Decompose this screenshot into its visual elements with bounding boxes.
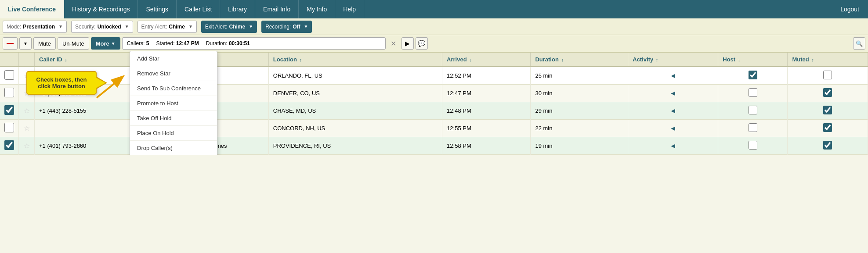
- caller-id-sort-icon: ↓: [65, 57, 67, 62]
- col-activity[interactable]: Activity ↕: [628, 53, 718, 67]
- col-duration[interactable]: Duration ↕: [531, 53, 628, 67]
- nav-settings[interactable]: Settings: [138, 0, 177, 18]
- collapse-button[interactable]: —: [3, 37, 18, 50]
- col-host[interactable]: Host ↓: [718, 53, 788, 67]
- search-button[interactable]: 🔍: [853, 37, 865, 50]
- unmute-button[interactable]: Un-Mute: [58, 37, 89, 50]
- host-checkbox[interactable]: [749, 88, 757, 97]
- row-activity: ◄: [628, 85, 718, 102]
- speaker-icon: ◄: [669, 142, 676, 150]
- row-star-cell: ☆: [19, 137, 35, 155]
- recording-label: Recording:: [265, 24, 291, 30]
- nav-email-info[interactable]: Email Info: [255, 0, 299, 18]
- mode-dropdown[interactable]: Mode: Presentation ▼: [3, 21, 67, 33]
- menu-promote-host[interactable]: Promote to Host: [130, 96, 217, 111]
- exit-alert-dropdown[interactable]: Exit Alert: Chime ▼: [201, 21, 257, 33]
- exit-alert-label: Exit Alert:: [205, 24, 228, 30]
- muted-checkbox[interactable]: [823, 141, 832, 150]
- row-location: CONCORD, NH, US: [268, 120, 442, 137]
- col-arrived[interactable]: Arrived ↓: [442, 53, 531, 67]
- row-location: CHASE, MD, US: [268, 102, 442, 120]
- menu-drop-callers[interactable]: Drop Caller(s): [130, 141, 217, 155]
- muted-sort-icon: ↕: [811, 57, 814, 62]
- host-checkbox[interactable]: [749, 123, 757, 132]
- nav-live-conference[interactable]: Live Conference: [0, 0, 64, 18]
- logout-button[interactable]: Logout: [832, 0, 868, 18]
- row-duration: 22 min: [531, 120, 628, 137]
- play-icon[interactable]: ▶: [401, 37, 414, 50]
- col-check: [0, 53, 19, 67]
- row-host-cell: [718, 67, 788, 85]
- star-icon[interactable]: ☆: [24, 125, 30, 132]
- row-star-cell: ☆: [19, 102, 35, 120]
- chat-icon[interactable]: 💬: [416, 37, 428, 50]
- host-sort-icon: ↓: [738, 57, 741, 62]
- row-muted-cell: [788, 120, 868, 137]
- tooltip-box: Check boxes, then click More button: [26, 71, 97, 95]
- menu-remove-star[interactable]: Remove Star: [130, 66, 217, 81]
- mute-button[interactable]: Mute: [33, 37, 56, 50]
- exit-alert-arrow-icon: ▼: [249, 24, 253, 29]
- nav-my-info[interactable]: My Info: [299, 0, 335, 18]
- more-button[interactable]: More ▼: [91, 37, 120, 50]
- row-checkbox[interactable]: [4, 105, 14, 115]
- location-sort-icon: ↕: [300, 57, 302, 62]
- row-checkbox-cell: [0, 120, 19, 137]
- entry-alert-dropdown[interactable]: Entry Alert: Chime ▼: [137, 21, 197, 33]
- muted-checkbox[interactable]: [823, 123, 832, 132]
- started-label: Started: 12:47 PM: [156, 40, 199, 46]
- star-icon[interactable]: ☆: [24, 107, 30, 114]
- speaker-icon: ◄: [669, 107, 676, 114]
- row-duration: 19 min: [531, 137, 628, 155]
- menu-add-star[interactable]: Add Star: [130, 51, 217, 66]
- menu-send-sub-conference[interactable]: Send To Sub Conference: [130, 81, 217, 96]
- clear-button[interactable]: ✕: [387, 37, 400, 50]
- menu-take-off-hold[interactable]: Take Off Hold: [130, 111, 217, 126]
- row-checkbox[interactable]: [4, 123, 14, 132]
- row-arrived: 12:58 PM: [442, 137, 531, 155]
- row-activity: ◄: [628, 137, 718, 155]
- nav-help[interactable]: Help: [335, 0, 364, 18]
- star-icon[interactable]: ☆: [24, 142, 30, 150]
- security-arrow-icon: ▼: [125, 24, 129, 29]
- muted-checkbox[interactable]: [823, 88, 832, 97]
- duration-label: Duration: 00:30:51: [206, 40, 250, 46]
- row-host-cell: [718, 102, 788, 120]
- speaker-icon: ◄: [669, 125, 676, 132]
- row-arrived: 12:52 PM: [442, 67, 531, 85]
- search-icon: 🔍: [856, 40, 863, 47]
- security-dropdown[interactable]: Security: Unlocked ▼: [71, 21, 133, 33]
- row-arrived: 12:48 PM: [442, 102, 531, 120]
- row-muted-cell: [788, 137, 868, 155]
- menu-place-on-hold[interactable]: Place On Hold: [130, 126, 217, 141]
- nav-history-recordings[interactable]: History & Recordings: [64, 0, 138, 18]
- row-muted-cell: [788, 67, 868, 85]
- more-dropdown-menu: Add Star Remove Star Send To Sub Confere…: [130, 51, 217, 155]
- col-location[interactable]: Location ↕: [268, 53, 442, 67]
- row-muted-cell: [788, 85, 868, 102]
- security-value: Unlocked: [98, 24, 121, 30]
- entry-alert-arrow-icon: ▼: [188, 24, 193, 29]
- recording-dropdown[interactable]: Recording: Off ▼: [261, 21, 312, 33]
- arrow-svg: [92, 74, 127, 100]
- speaker-icon: ◄: [669, 72, 676, 79]
- muted-checkbox[interactable]: [823, 71, 832, 79]
- callers-count: 5: [146, 40, 149, 46]
- host-checkbox[interactable]: [749, 71, 757, 79]
- row-checkbox[interactable]: [4, 140, 14, 150]
- row-checkbox[interactable]: [4, 88, 14, 97]
- row-activity: ◄: [628, 120, 718, 137]
- host-checkbox[interactable]: [749, 106, 757, 114]
- row-checkbox-cell: [0, 137, 19, 155]
- nav-library[interactable]: Library: [220, 0, 255, 18]
- muted-checkbox[interactable]: [823, 106, 832, 114]
- row-duration: 25 min: [531, 67, 628, 85]
- chevron-down-icon[interactable]: ▼: [19, 37, 32, 50]
- host-checkbox[interactable]: [749, 141, 757, 150]
- row-star-cell: ☆: [19, 120, 35, 137]
- recording-value: Off: [293, 24, 300, 30]
- row-arrived: 12:55 PM: [442, 120, 531, 137]
- col-muted[interactable]: Muted ↕: [788, 53, 868, 67]
- row-checkbox[interactable]: [4, 70, 14, 80]
- nav-caller-list[interactable]: Caller List: [177, 0, 220, 18]
